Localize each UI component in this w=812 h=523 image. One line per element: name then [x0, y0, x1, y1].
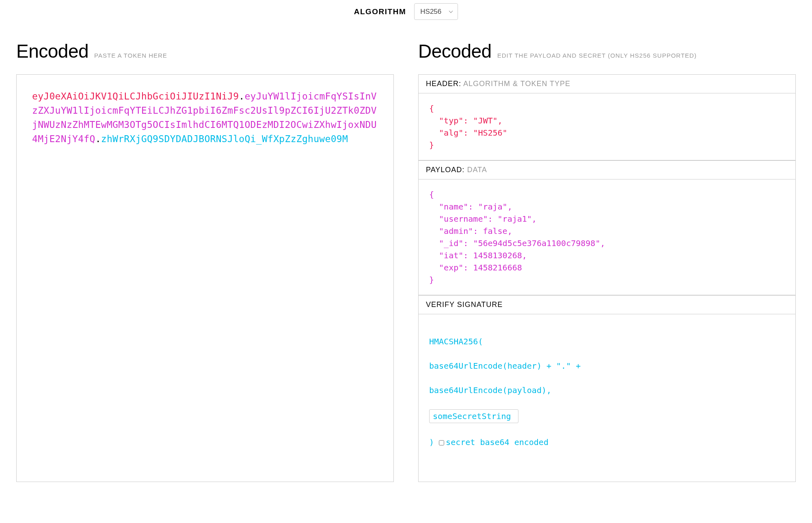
decoded-column: Decoded EDIT THE PAYLOAD AND SECRET (ONL…	[418, 40, 796, 482]
decoded-header-desc: ALGORITHM & TOKEN TYPE	[463, 80, 570, 88]
algorithm-select-wrap: HS256	[414, 3, 458, 20]
encoded-heading: Encoded PASTE A TOKEN HERE	[16, 40, 394, 62]
encoded-token-header: eyJ0eXAiOiJKV1QiLCJhbGciOiJIUzI1NiJ9	[32, 91, 239, 102]
encoded-title: Encoded	[16, 40, 89, 62]
main-columns: Encoded PASTE A TOKEN HERE eyJ0eXAiOiJKV…	[16, 40, 796, 482]
decoded-signature-title: VERIFY SIGNATURE	[419, 295, 795, 314]
encoded-token-dot-1: .	[239, 91, 244, 102]
encoded-column: Encoded PASTE A TOKEN HERE eyJ0eXAiOiJKV…	[16, 40, 394, 482]
decoded-payload-segment: PAYLOAD: DATA { "name": "raja", "usernam…	[419, 160, 795, 295]
decoded-payload-body[interactable]: { "name": "raja", "username": "raja1", "…	[419, 179, 795, 295]
decoded-payload-title: PAYLOAD: DATA	[419, 160, 795, 179]
algorithm-select[interactable]: HS256	[414, 3, 458, 20]
secret-input[interactable]	[429, 409, 518, 423]
encoded-token-dot-2: .	[95, 134, 101, 144]
encoded-subtitle: PASTE A TOKEN HERE	[94, 52, 167, 59]
decoded-header-label: HEADER:	[426, 80, 461, 88]
signature-line-1: HMACSHA256(	[429, 335, 785, 348]
decoded-signature-label: VERIFY SIGNATURE	[426, 300, 503, 309]
algorithm-label: ALGORITHM	[354, 7, 406, 16]
decoded-header-title: HEADER: ALGORITHM & TOKEN TYPE	[419, 75, 795, 93]
algorithm-selector-row: ALGORITHM HS256	[16, 3, 796, 20]
secret-base64-label: secret base64 encoded	[446, 437, 549, 447]
signature-close-line: ) secret base64 encoded	[429, 436, 785, 448]
decoded-box: HEADER: ALGORITHM & TOKEN TYPE { "typ": …	[418, 74, 796, 482]
signature-secret-line	[429, 408, 785, 424]
decoded-title: Decoded	[418, 40, 492, 62]
decoded-payload-label: PAYLOAD:	[426, 166, 464, 174]
decoded-header-segment: HEADER: ALGORITHM & TOKEN TYPE { "typ": …	[419, 75, 795, 160]
decoded-heading: Decoded EDIT THE PAYLOAD AND SECRET (ONL…	[418, 40, 796, 62]
decoded-subtitle: EDIT THE PAYLOAD AND SECRET (ONLY HS256 …	[497, 52, 697, 59]
signature-close-paren: )	[429, 437, 439, 447]
encoded-token-signature: zhWrRXjGQ9SDYDADJBORNSJloQi_WfXpZzZghuwe…	[101, 134, 348, 144]
decoded-signature-body: HMACSHA256( base64UrlEncode(header) + ".…	[419, 314, 795, 482]
secret-base64-checkbox[interactable]	[439, 440, 444, 445]
decoded-header-body[interactable]: { "typ": "JWT", "alg": "HS256" }	[419, 93, 795, 160]
decoded-signature-segment: VERIFY SIGNATURE HMACSHA256( base64UrlEn…	[419, 295, 795, 482]
signature-line-2: base64UrlEncode(header) + "." +	[429, 360, 785, 372]
decoded-payload-desc: DATA	[467, 166, 487, 174]
encoded-token-box[interactable]: eyJ0eXAiOiJKV1QiLCJhbGciOiJIUzI1NiJ9.eyJ…	[16, 74, 394, 482]
signature-line-3: base64UrlEncode(payload),	[429, 384, 785, 396]
